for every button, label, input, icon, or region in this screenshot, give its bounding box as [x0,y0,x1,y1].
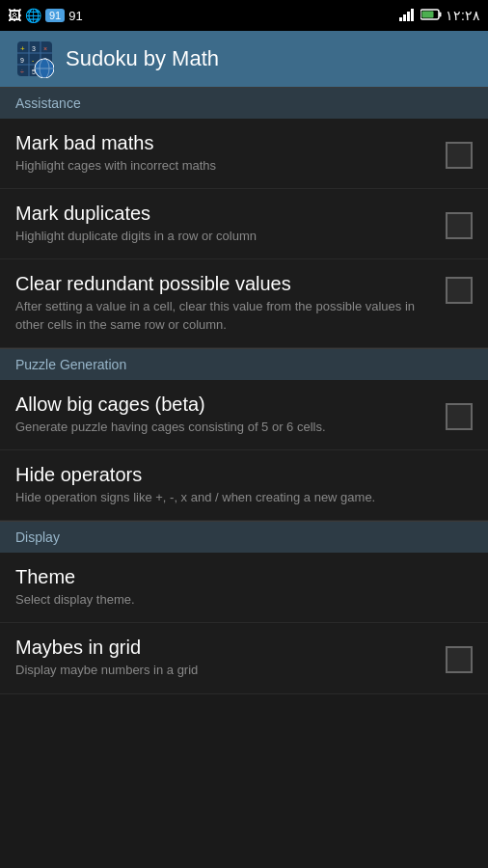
setting-item-mark-bad-maths[interactable]: Mark bad mathsHighlight cages with incor… [0,119,488,189]
svg-rect-1 [403,14,406,21]
section-header-puzzle-generation: Puzzle Generation [0,348,488,380]
setting-subtitle-mark-duplicates: Highlight duplicate digits in a row or c… [15,228,434,245]
setting-subtitle-allow-big-cages: Generate puzzle having cages consisting … [15,419,434,436]
setting-text-theme: ThemeSelect display theme. [15,566,473,609]
status-bar-right: ۱۲:۲۸ [399,8,480,24]
setting-title-clear-redundant: Clear redundant possible values [15,273,434,295]
signal-icon [399,8,417,24]
setting-title-mark-duplicates: Mark duplicates [15,203,434,225]
svg-text:×: × [43,45,47,52]
setting-title-theme: Theme [15,566,461,588]
globe-icon: 🌐 [25,8,41,23]
setting-item-allow-big-cages[interactable]: Allow big cages (beta)Generate puzzle ha… [0,380,488,450]
svg-text:÷: ÷ [20,68,24,75]
checkbox-allow-big-cages[interactable] [446,403,473,430]
setting-item-clear-redundant[interactable]: Clear redundant possible valuesAfter set… [0,259,488,347]
status-bar-left: 🖼 🌐 91 91 [8,8,83,23]
setting-title-hide-operators: Hide operators [15,464,461,486]
battery-icon [420,9,442,23]
battery-text: 91 [68,9,82,23]
setting-text-hide-operators: Hide operatorsHide operation signs like … [15,464,473,506]
time-display: ۱۲:۲۸ [446,8,480,23]
setting-item-maybes-in-grid[interactable]: Maybes in gridDisplay maybe numbers in a… [0,623,488,693]
svg-rect-6 [422,11,434,17]
setting-text-mark-bad-maths: Mark bad mathsHighlight cages with incor… [15,132,446,175]
checkbox-clear-redundant[interactable] [446,277,473,304]
svg-rect-2 [407,12,410,21]
checkbox-maybes-in-grid[interactable] [446,646,473,673]
setting-subtitle-hide-operators: Hide operation signs like +, -, x and / … [15,489,461,506]
setting-subtitle-mark-bad-maths: Highlight cages with incorrect maths [15,157,434,175]
svg-rect-0 [399,17,402,21]
checkbox-mark-duplicates[interactable] [446,212,473,239]
svg-text:3: 3 [32,45,36,52]
setting-text-clear-redundant: Clear redundant possible valuesAfter set… [15,273,446,333]
section-header-display: Display [0,521,488,553]
setting-subtitle-theme: Select display theme. [15,591,461,609]
svg-rect-3 [411,9,414,21]
image-icon: 🖼 [8,8,21,23]
setting-text-allow-big-cages: Allow big cages (beta)Generate puzzle ha… [15,393,446,436]
setting-subtitle-clear-redundant: After setting a value in a cell, clear t… [15,298,434,333]
setting-title-mark-bad-maths: Mark bad maths [15,132,434,154]
setting-item-mark-duplicates[interactable]: Mark duplicatesHighlight duplicate digit… [0,189,488,259]
checkbox-mark-bad-maths[interactable] [446,142,473,169]
svg-text:+: + [20,44,25,53]
setting-title-allow-big-cages: Allow big cages (beta) [15,393,434,416]
svg-text:9: 9 [20,57,24,64]
status-bar: 🖼 🌐 91 91 ۱۲:۲۸ [0,0,488,31]
svg-rect-5 [440,12,442,16]
app-logo: + 3 × 9 - 6 ÷ 5 2 [15,40,54,78]
section-header-assistance: Assistance [0,87,488,119]
setting-title-maybes-in-grid: Maybes in grid [15,637,434,659]
setting-item-hide-operators[interactable]: Hide operatorsHide operation signs like … [0,450,488,521]
app-header: + 3 × 9 - 6 ÷ 5 2 Sudoku by Math [0,31,488,87]
app-title: Sudoku by Math [66,46,219,71]
setting-subtitle-maybes-in-grid: Display maybe numbers in a grid [15,662,434,679]
setting-item-theme[interactable]: ThemeSelect display theme. [0,553,488,623]
setting-text-maybes-in-grid: Maybes in gridDisplay maybe numbers in a… [15,637,446,679]
notification-badge: 91 [45,9,65,22]
setting-text-mark-duplicates: Mark duplicatesHighlight duplicate digit… [15,203,446,245]
settings-container: AssistanceMark bad mathsHighlight cages … [0,87,488,694]
